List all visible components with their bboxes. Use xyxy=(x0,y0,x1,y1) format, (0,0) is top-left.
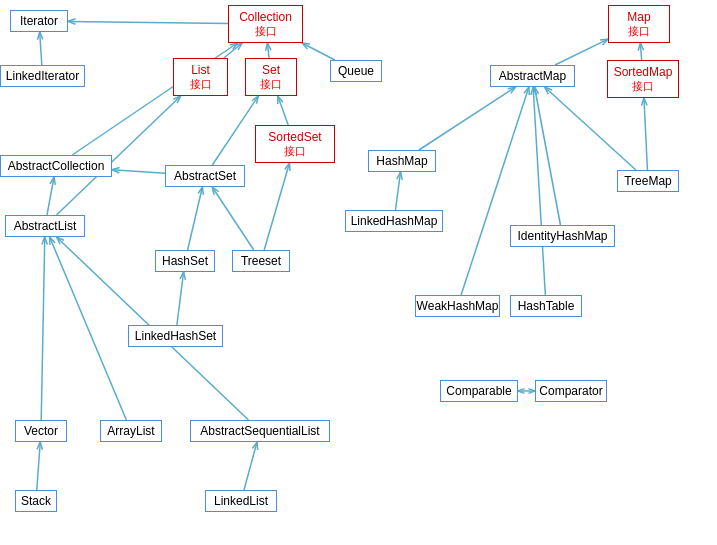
svg-line-13 xyxy=(555,39,608,65)
node-comparable: Comparable xyxy=(440,380,518,402)
node-iterator: Iterator xyxy=(10,10,68,32)
svg-line-24 xyxy=(41,237,45,420)
svg-line-27 xyxy=(244,442,257,490)
node-linkedhashmap: LinkedHashMap xyxy=(345,210,443,232)
node-treemap: TreeMap xyxy=(617,170,679,192)
svg-line-10 xyxy=(212,96,258,165)
svg-line-0 xyxy=(40,32,42,65)
svg-line-18 xyxy=(177,272,184,325)
node-queue: Queue xyxy=(330,60,382,82)
svg-line-19 xyxy=(461,87,529,295)
node-stack: Stack xyxy=(15,490,57,512)
node-linkedhashset: LinkedHashSet xyxy=(128,325,223,347)
node-linkedlist: LinkedList xyxy=(205,490,277,512)
node-abstractcollection: AbstractCollection xyxy=(0,155,112,177)
svg-line-23 xyxy=(644,98,648,170)
node-list: List接口 xyxy=(173,58,228,96)
node-identityhashmap: IdentityHashMap xyxy=(510,225,615,247)
class-diagram: IteratorLinkedIteratorCollection接口List接口… xyxy=(0,0,717,545)
svg-line-15 xyxy=(188,187,203,250)
svg-line-20 xyxy=(533,87,545,295)
svg-line-9 xyxy=(112,170,165,174)
node-hashset: HashSet xyxy=(155,250,215,272)
node-collection: Collection接口 xyxy=(228,5,303,43)
node-linkediterator: LinkedIterator xyxy=(0,65,85,87)
svg-line-12 xyxy=(395,172,400,210)
svg-line-8 xyxy=(278,96,288,125)
node-sortedset: SortedSet接口 xyxy=(255,125,335,163)
svg-line-25 xyxy=(50,237,127,420)
node-comparator: Comparator xyxy=(535,380,607,402)
svg-line-2 xyxy=(224,43,242,58)
svg-line-28 xyxy=(37,442,40,490)
node-weakhashmap: WeakHashMap xyxy=(415,295,500,317)
node-hashtable: HashTable xyxy=(510,295,582,317)
node-set: Set接口 xyxy=(245,58,297,96)
node-hashmap: HashMap xyxy=(368,150,436,172)
node-treeset: Treeset xyxy=(232,250,290,272)
svg-line-4 xyxy=(302,43,335,60)
node-abstractmap: AbstractMap xyxy=(490,65,575,87)
node-arraylist: ArrayList xyxy=(100,420,162,442)
node-vector: Vector xyxy=(15,420,67,442)
svg-line-3 xyxy=(267,43,269,58)
node-abstractset: AbstractSet xyxy=(165,165,245,187)
svg-line-1 xyxy=(68,21,228,23)
svg-line-22 xyxy=(545,87,636,170)
svg-line-16 xyxy=(212,187,254,250)
svg-line-6 xyxy=(47,177,54,215)
node-abstractsequentiallist: AbstractSequentialList xyxy=(190,420,330,442)
node-abstractlist: AbstractList xyxy=(5,215,85,237)
node-map: Map接口 xyxy=(608,5,670,43)
svg-line-21 xyxy=(535,87,561,225)
svg-line-17 xyxy=(264,163,289,250)
svg-line-14 xyxy=(640,43,641,60)
svg-line-11 xyxy=(419,87,516,150)
node-sortedmap: SortedMap接口 xyxy=(607,60,679,98)
